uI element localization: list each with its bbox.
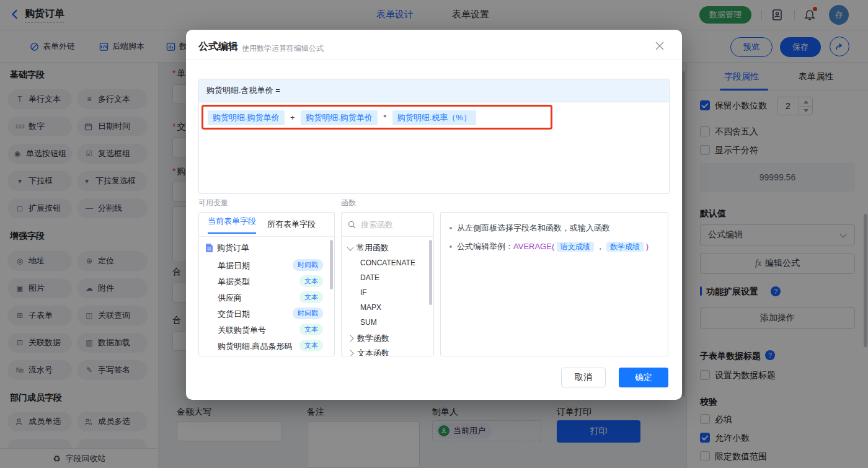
tree-root-form[interactable]: 购货订单: [205, 242, 249, 254]
formula-target: 购货明细.含税单价 =: [199, 79, 669, 102]
functions-panel: 常用函数 CONCATENATE DATE IF MAPX SUM 数学函数 文…: [341, 212, 434, 356]
app: 购货订单 表单设计 表单设置 数据管理 存 表单外链: [0, 0, 868, 468]
close-paren: ): [646, 242, 649, 251]
form-doc-icon: [205, 244, 213, 252]
help-panel: 从左侧面板选择字段名和函数，或输入函数 公式编辑举例：AVERAGE( 语文成绩…: [440, 212, 668, 356]
type-badge: 时间戳: [293, 259, 323, 271]
variables-panel-label: 可用变量: [198, 198, 228, 208]
cancel-button[interactable]: 取消: [561, 368, 606, 387]
function-item[interactable]: IF: [360, 288, 367, 297]
variables-panel: 当前表单字段 所有表单字段 购货订单 单据日期 时间戳 单据类型 文本 供应商 …: [198, 212, 335, 356]
function-item[interactable]: SUM: [360, 318, 377, 327]
tab-current-form-fields[interactable]: 当前表单字段: [208, 216, 256, 234]
variable-item[interactable]: 购货明细.商品条形码: [218, 341, 293, 352]
variable-item[interactable]: 交货日期: [218, 309, 250, 320]
chevron-right-icon: [347, 335, 353, 342]
variable-item[interactable]: 供应商: [218, 293, 242, 304]
function-group-text[interactable]: 文本函数: [348, 348, 389, 356]
bullet-icon: [450, 227, 452, 229]
functions-scrollbar[interactable]: [429, 240, 432, 305]
variables-scrollbar[interactable]: [330, 240, 333, 289]
function-search[interactable]: [342, 213, 433, 237]
function-group-common[interactable]: 常用函数: [348, 242, 389, 254]
divider: [186, 60, 682, 60]
confirm-button[interactable]: 确定: [619, 368, 668, 387]
close-icon[interactable]: [655, 41, 665, 51]
type-badge: 文本: [299, 275, 323, 287]
function-group-math[interactable]: 数学函数: [348, 333, 389, 344]
example-field-chip: 语文成绩: [557, 242, 594, 252]
type-badge: 文本: [299, 324, 323, 335]
function-item[interactable]: DATE: [360, 273, 379, 282]
type-badge: 文本: [299, 291, 323, 303]
help-example: 公式编辑举例：AVERAGE( 语文成绩 ， 数学成绩 ): [457, 241, 649, 252]
function-name: AVERAGE(: [513, 242, 554, 251]
help-line-1: 从左侧面板选择字段名和函数，或输入函数: [450, 223, 659, 234]
variable-item[interactable]: 关联购货单号: [218, 325, 266, 336]
variable-item[interactable]: 单据类型: [218, 276, 250, 288]
function-item[interactable]: CONCATENATE: [360, 258, 415, 267]
modal-subtitle: 使用数学运算符编辑公式: [242, 43, 324, 54]
functions-panel-label: 函数: [341, 198, 356, 208]
example-field-chip: 数学成绩: [606, 242, 644, 252]
type-badge: 文本: [299, 340, 323, 351]
function-item[interactable]: MAPX: [360, 303, 381, 312]
formula-editor[interactable]: 购货明细.含税单价 = 购货明细.购货单价 + 购货明细.购货单价 * 购货明细…: [198, 79, 670, 194]
modal-title: 公式编辑: [198, 40, 238, 53]
variables-tabs: 当前表单字段 所有表单字段: [199, 213, 334, 237]
help-line-2: 公式编辑举例：AVERAGE( 语文成绩 ， 数学成绩 ): [450, 241, 659, 252]
chevron-down-icon: [347, 244, 353, 250]
search-input[interactable]: [360, 219, 424, 230]
variable-item[interactable]: 单据日期: [218, 260, 250, 272]
chevron-right-icon: [347, 350, 353, 356]
bullet-icon: [450, 245, 452, 248]
annotation-highlight-box: [202, 105, 552, 130]
type-badge: 时间戳: [293, 307, 323, 319]
tab-all-form-fields[interactable]: 所有表单字段: [267, 219, 316, 230]
formula-editor-modal: 公式编辑 使用数学运算符编辑公式 购货明细.含税单价 = 购货明细.购货单价 +…: [186, 30, 682, 400]
search-icon: [348, 221, 356, 229]
